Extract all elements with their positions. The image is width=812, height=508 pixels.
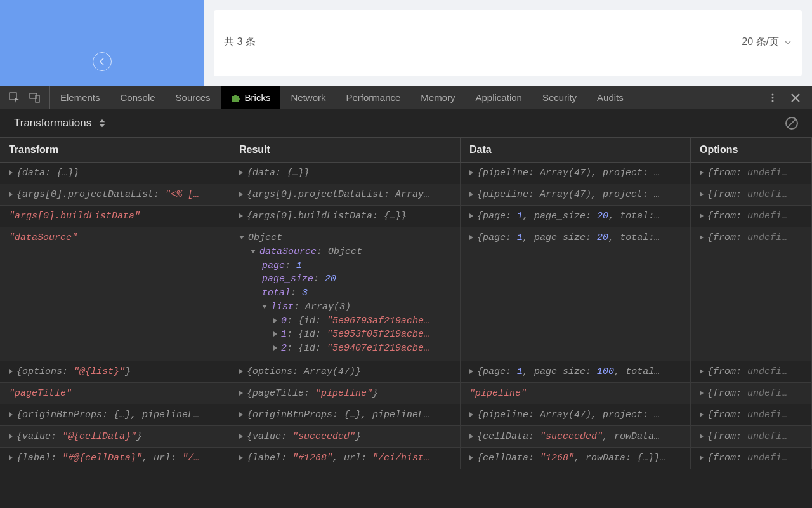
- tab-console[interactable]: Console: [110, 86, 166, 109]
- tab-network[interactable]: Network: [280, 86, 336, 109]
- col-options[interactable]: Options: [691, 138, 812, 162]
- device-icon[interactable]: [29, 92, 41, 104]
- sort-icon[interactable]: [98, 119, 107, 128]
- sidebar: [0, 0, 204, 86]
- table-row[interactable]: {options: "@{list}"} {options: Array(47)…: [0, 361, 812, 383]
- page-size-select[interactable]: 20 条/页: [742, 36, 792, 49]
- total-count: 共 3 条: [224, 36, 256, 49]
- table-row[interactable]: "args[0].buildListData" {args[0].buildLi…: [0, 206, 812, 227]
- table-row[interactable]: {data: {…}} {data: {…}} {pipeline: Array…: [0, 163, 812, 184]
- tab-memory[interactable]: Memory: [410, 86, 465, 109]
- inspect-icon[interactable]: [9, 92, 20, 104]
- tab-application[interactable]: Application: [466, 86, 532, 109]
- kebab-icon[interactable]: [768, 93, 778, 103]
- tab-security[interactable]: Security: [532, 86, 587, 109]
- panel-subheader: Transformations: [0, 109, 812, 137]
- col-result[interactable]: Result: [230, 138, 461, 162]
- panel-title[interactable]: Transformations: [14, 117, 91, 130]
- table-row[interactable]: {originBtnProps: {…}, pipelineL… {origin…: [0, 404, 812, 426]
- content-card: 共 3 条 20 条/页: [214, 10, 802, 76]
- table-row[interactable]: {args[0].projectDataList: "<% [… {args[0…: [0, 184, 812, 206]
- tab-sources[interactable]: Sources: [166, 86, 221, 109]
- divider: [224, 17, 792, 17]
- svg-point-5: [772, 100, 774, 102]
- devtools-panel: Elements Console Sources Bricks Network …: [0, 86, 812, 508]
- tab-performance[interactable]: Performance: [336, 86, 410, 109]
- puzzle-icon: [231, 93, 241, 103]
- table-row[interactable]: {value: "@{cellData}"} {value: "succeede…: [0, 426, 812, 448]
- sidebar-collapse-button[interactable]: [93, 52, 112, 71]
- table-row[interactable]: "pageTitle" {pageTitle: "pipeline"} "pip…: [0, 383, 812, 404]
- chevron-down-icon: [784, 39, 792, 46]
- svg-point-4: [772, 97, 774, 98]
- table-row[interactable]: "dataSource" Object dataSource: Object p…: [0, 227, 812, 361]
- svg-point-3: [772, 93, 774, 95]
- chevron-left-icon: [98, 58, 106, 65]
- tab-bricks[interactable]: Bricks: [221, 86, 281, 109]
- table-row[interactable]: {label: "#@{cellData}", url: "/… {label:…: [0, 448, 812, 469]
- tab-audits[interactable]: Audits: [587, 86, 634, 109]
- close-icon[interactable]: [790, 93, 801, 103]
- content-area: 共 3 条 20 条/页: [204, 0, 812, 86]
- devtools-tabbar: Elements Console Sources Bricks Network …: [0, 86, 812, 109]
- col-transform[interactable]: Transform: [0, 138, 230, 162]
- clear-icon[interactable]: [785, 117, 798, 130]
- col-data[interactable]: Data: [461, 138, 691, 162]
- tab-elements[interactable]: Elements: [50, 86, 110, 109]
- transformations-table: Transform Result Data Options {data: {…}…: [0, 137, 812, 508]
